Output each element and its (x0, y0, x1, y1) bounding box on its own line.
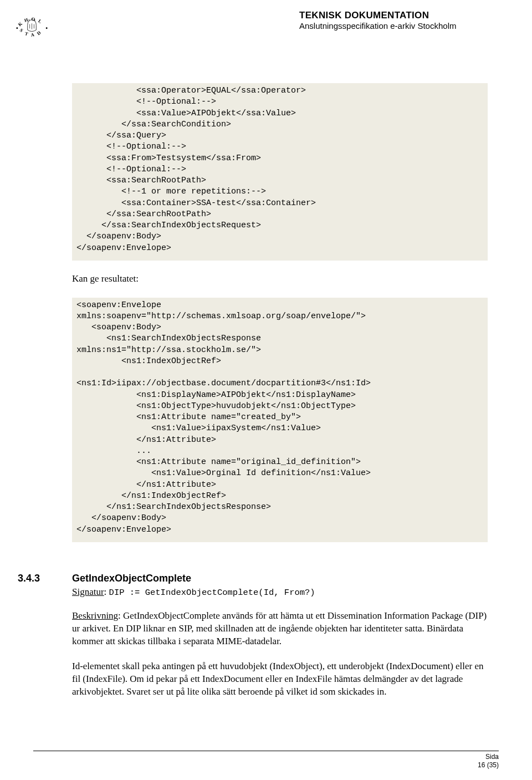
code-block-request: <ssa:Operator>EQUAL</ssa:Operator> <!--O… (72, 83, 488, 261)
id-element-paragraph: Id-elementet skall peka antingen på ett … (72, 660, 488, 699)
signature-line: Signatur: DIP := GetIndexObjectComplete(… (72, 587, 488, 598)
description-paragraph: Beskrivning: GetIndexObjectComplete anvä… (72, 610, 488, 648)
page-header: SKHOLM STAD TEKNISK DOKUMENTATION Anslut… (0, 0, 532, 44)
header-text-block: TEKNISK DOKUMENTATION Anslutningsspecifi… (299, 8, 499, 30)
footer-page-number: 16 (35) (33, 761, 499, 770)
description-label: Beskrivning (72, 610, 118, 621)
svg-point-2 (16, 27, 18, 29)
stockholm-logo: SKHOLM STAD (14, 8, 50, 44)
signature-code: DIP := GetIndexObjectComplete(Id, From?) (109, 588, 315, 598)
signature-label: Signatur (72, 587, 104, 597)
section-number: 3.4.3 (18, 573, 72, 584)
doc-title: TEKNISK DOKUMENTATION (299, 10, 499, 21)
result-label: Kan ge resultatet: (72, 273, 488, 286)
footer-label: Sida (33, 753, 499, 762)
doc-subtitle: Anslutningsspecifikation e-arkiv Stockho… (299, 21, 499, 30)
description-text: : GetIndexObjectComplete används för att… (72, 610, 487, 646)
main-content: <ssa:Operator>EQUAL</ssa:Operator> <!--O… (0, 44, 532, 699)
page-footer: Sida 16 (35) (33, 751, 499, 770)
signature-sep: : (104, 587, 109, 597)
code-block-response: <soapenv:Envelope xmlns:soapenv="http://… (72, 298, 488, 542)
section-title: GetIndexObjectComplete (72, 573, 191, 584)
svg-point-3 (46, 27, 48, 29)
section-heading-row: 3.4.3 GetIndexObjectComplete (18, 573, 488, 584)
